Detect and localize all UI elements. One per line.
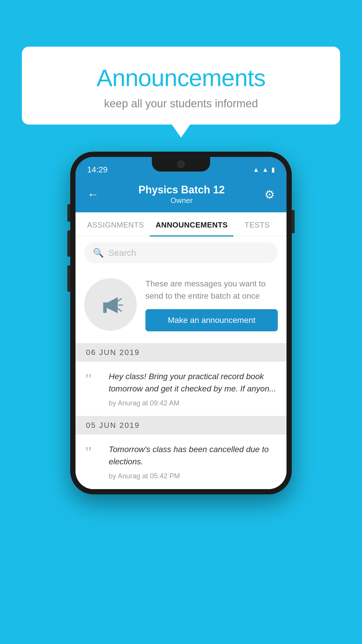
quote-icon-2: " <box>84 445 102 480</box>
speech-bubble-subtitle: keep all your students informed <box>39 97 323 110</box>
promo-content: These are messages you want to send to t… <box>145 278 278 331</box>
app-bar-title: Physics Batch 12 <box>138 184 225 196</box>
volume-up-button <box>67 230 70 257</box>
quote-icon-1: " <box>84 372 102 407</box>
phone-mockup: 14:29 ▲ ▲ ▮ ← Physics Batch 12 Owner ⚙ <box>70 152 292 494</box>
phone-outer: 14:29 ▲ ▲ ▮ ← Physics Batch 12 Owner ⚙ <box>70 152 292 494</box>
volume-down-button <box>67 265 70 292</box>
announcement-content-1: Hey class! Bring your practical record b… <box>109 370 278 407</box>
speech-bubble-card: Announcements keep all your students inf… <box>22 47 340 125</box>
date-divider-1: 06 JUN 2019 <box>75 343 287 362</box>
phone-notch <box>152 157 210 172</box>
date-text-1: 06 JUN 2019 <box>86 348 140 357</box>
date-text-2: 05 JUN 2019 <box>86 421 140 430</box>
front-camera <box>177 160 185 168</box>
tabs-bar: ASSIGNMENTS ANNOUNCEMENTS TESTS <box>75 212 287 237</box>
svg-rect-0 <box>103 308 107 313</box>
app-bar-title-group: Physics Batch 12 Owner <box>138 184 225 205</box>
announcement-item-1[interactable]: " Hey class! Bring your practical record… <box>75 362 287 416</box>
promo-description: These are messages you want to send to t… <box>145 278 278 302</box>
app-bar: ← Physics Batch 12 Owner ⚙ <box>75 178 287 212</box>
mute-button <box>67 204 70 222</box>
speech-bubble-title: Announcements <box>39 64 323 92</box>
battery-icon: ▮ <box>271 166 275 174</box>
make-announcement-button[interactable]: Make an announcement <box>145 309 278 331</box>
search-bar[interactable]: 🔍 Search <box>84 242 278 263</box>
date-divider-2: 05 JUN 2019 <box>75 416 287 435</box>
announcement-icon-circle <box>84 278 137 331</box>
phone-screen: 14:29 ▲ ▲ ▮ ← Physics Batch 12 Owner ⚙ <box>75 157 287 489</box>
status-icons: ▲ ▲ ▮ <box>253 166 275 174</box>
announcement-text-1: Hey class! Bring your practical record b… <box>109 370 278 395</box>
promo-section: These are messages you want to send to t… <box>75 269 287 343</box>
settings-button[interactable]: ⚙ <box>264 188 275 201</box>
tab-announcements[interactable]: ANNOUNCEMENTS <box>150 212 234 236</box>
search-placeholder: Search <box>108 248 136 258</box>
announcement-item-2[interactable]: " Tomorrow's class has been cancelled du… <box>75 435 287 489</box>
tab-assignments[interactable]: ASSIGNMENTS <box>81 212 150 236</box>
tab-tests[interactable]: TESTS <box>233 212 281 236</box>
announcement-meta-2: by Anurag at 05:42 PM <box>109 472 278 480</box>
app-bar-subtitle: Owner <box>138 196 225 205</box>
wifi-icon: ▲ <box>253 166 259 174</box>
svg-line-1 <box>118 299 121 301</box>
announcement-meta-1: by Anurag at 09:42 AM <box>109 399 278 407</box>
signal-icon: ▲ <box>262 166 268 174</box>
svg-line-3 <box>118 309 121 311</box>
announcement-content-2: Tomorrow's class has been cancelled due … <box>109 443 278 480</box>
announcement-text-2: Tomorrow's class has been cancelled due … <box>109 443 278 468</box>
power-button <box>292 210 295 233</box>
back-button[interactable]: ← <box>87 188 99 201</box>
search-icon: 🔍 <box>93 248 104 258</box>
status-time: 14:29 <box>87 165 108 174</box>
search-container: 🔍 Search <box>75 237 287 269</box>
speech-bubble-section: Announcements keep all your students inf… <box>22 47 340 125</box>
